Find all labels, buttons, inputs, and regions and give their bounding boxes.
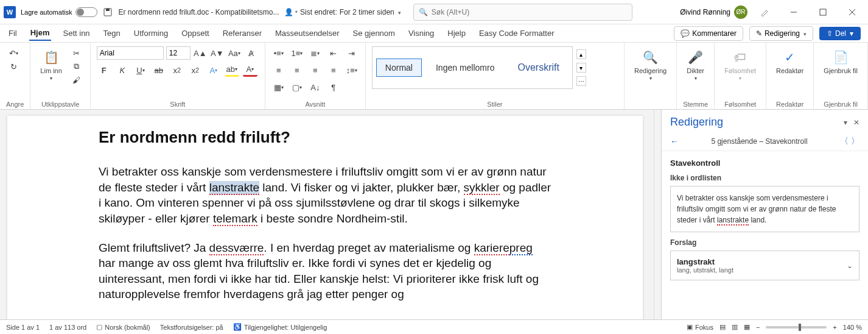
sensitivity-button[interactable]: 🏷 Følsomhet ▾	[721, 46, 760, 84]
align-left-button[interactable]: ≡	[271, 63, 286, 77]
zoom-out-button[interactable]: −	[756, 324, 760, 331]
view-read-mode[interactable]: ▥	[732, 323, 738, 331]
strike-button[interactable]: ab	[152, 63, 166, 77]
gallery-down-button[interactable]: ▾	[576, 63, 586, 73]
close-button[interactable]	[840, 2, 864, 22]
tab-mailings[interactable]: Masseutsendelser	[274, 26, 341, 40]
change-case-button[interactable]: Aa▾	[227, 46, 242, 60]
format-painter-button[interactable]: 🖌	[69, 73, 84, 87]
grammar-mark[interactable]: preg	[509, 241, 533, 255]
grow-font-button[interactable]: A▲	[193, 46, 208, 60]
underline-button[interactable]: U▾	[133, 63, 148, 77]
tab-view[interactable]: Visning	[407, 26, 435, 40]
zoom-in-button[interactable]: +	[833, 324, 836, 331]
search-box[interactable]: 🔍	[413, 4, 632, 21]
borders-button[interactable]: ▢▾	[290, 80, 304, 94]
suggestion-item[interactable]: langstrakt lang, utstrakt, langt ⌄	[670, 250, 859, 280]
save-icon[interactable]	[102, 7, 113, 18]
redo-button[interactable]: ↻	[6, 60, 21, 73]
increase-indent-button[interactable]: ⇥	[345, 46, 359, 60]
copy-button[interactable]: ⧉	[69, 60, 84, 73]
misspelling[interactable]: kariere	[474, 241, 509, 255]
share-button[interactable]: ⇧ Del ▾	[819, 27, 861, 40]
numbering-button[interactable]: 1≡▾	[290, 46, 304, 60]
decrease-indent-button[interactable]: ⇤	[326, 46, 341, 60]
user-account[interactable]: Øivind Rønning ØR	[680, 5, 747, 19]
align-center-button[interactable]: ≡	[290, 63, 304, 77]
style-heading[interactable]: Overskrift	[508, 58, 568, 77]
text-effects-button[interactable]: A▾	[206, 63, 221, 77]
find-replace-button[interactable]: 🔍 Redigering ▾	[631, 46, 670, 84]
editor-button[interactable]: ✓ Redaktør	[772, 46, 807, 77]
shading-button[interactable]: ▦▾	[271, 80, 286, 94]
panel-options-icon[interactable]: ▾	[844, 118, 847, 127]
autosave-toggle[interactable]	[75, 7, 97, 17]
font-color-button[interactable]: A▾	[243, 63, 257, 77]
panel-close-icon[interactable]: ✕	[853, 118, 859, 127]
reuse-file-button[interactable]: 📄 Gjenbruk fil	[820, 46, 861, 77]
italic-button[interactable]: K	[115, 63, 130, 77]
panel-back-button[interactable]: ←	[670, 137, 679, 146]
pen-icon[interactable]	[752, 2, 777, 22]
tab-layout[interactable]: Oppsett	[180, 26, 211, 40]
focus-mode-button[interactable]: ▣ Fokus	[687, 323, 713, 331]
style-normal[interactable]: Normal	[376, 59, 422, 77]
minimize-button[interactable]	[782, 2, 806, 22]
chevron-down-icon[interactable]: ⌄	[847, 261, 853, 270]
zoom-slider[interactable]	[766, 326, 827, 329]
clear-format-button[interactable]: A̷	[244, 46, 259, 60]
word-count[interactable]: 1 av 113 ord	[49, 324, 86, 331]
text-predictions[interactable]: Tekstforutsigelser: på	[160, 324, 223, 331]
cut-button[interactable]: ✂	[69, 46, 84, 60]
subscript-button[interactable]: x2	[170, 63, 184, 77]
panel-next-button[interactable]: 〉	[851, 136, 859, 147]
tab-design[interactable]: Utforming	[133, 26, 169, 40]
paste-button[interactable]: 📋 Lim inn ▾	[37, 46, 65, 87]
bullets-button[interactable]: •≡▾	[271, 46, 286, 60]
view-web-layout[interactable]: ▦	[744, 323, 750, 331]
vertical-scrollbar[interactable]	[654, 110, 661, 319]
language-indicator[interactable]: ▢ Norsk (bokmål)	[96, 323, 150, 331]
font-size-input[interactable]	[166, 46, 191, 60]
shrink-font-button[interactable]: A▼	[210, 46, 225, 60]
misspelling[interactable]: sykkler	[464, 181, 500, 195]
gallery-more-button[interactable]: ⋯	[576, 76, 586, 86]
superscript-button[interactable]: x2	[188, 63, 203, 77]
tab-review[interactable]: Se gjennom	[352, 26, 396, 40]
line-spacing-button[interactable]: ↕≡▾	[345, 63, 359, 77]
sort-button[interactable]: A↓	[308, 80, 323, 94]
tab-home[interactable]: Hjem	[29, 26, 51, 41]
align-right-button[interactable]: ≡	[308, 63, 323, 77]
font-name-input[interactable]	[97, 46, 164, 60]
view-print-layout[interactable]: ▤	[719, 323, 726, 331]
tab-help[interactable]: Hjelp	[446, 26, 467, 40]
gallery-up-button[interactable]: ▴	[576, 49, 586, 59]
misspelling[interactable]: telemark	[213, 212, 257, 226]
document-scroll-area[interactable]: Er nordmenn redd friluft? Vi betrakter o…	[0, 110, 654, 319]
justify-button[interactable]: ≡	[326, 63, 341, 77]
show-marks-button[interactable]: ¶	[326, 80, 341, 94]
editing-mode-button[interactable]: ✎ Redigering	[749, 26, 813, 41]
highlight-button[interactable]: ab▾	[225, 63, 239, 77]
panel-section: Stavekontroll	[670, 158, 859, 168]
tab-file[interactable]: Fil	[7, 26, 18, 40]
search-input[interactable]	[432, 8, 627, 16]
undo-button[interactable]: ↶▾	[6, 46, 21, 60]
selected-misspelling[interactable]: lanstrakte	[209, 181, 259, 195]
maximize-button[interactable]	[811, 2, 835, 22]
style-no-spacing[interactable]: Ingen mellomro	[427, 59, 504, 77]
tab-references[interactable]: Referanser	[222, 26, 263, 40]
comments-button[interactable]: 💬 Kommentarer	[674, 26, 743, 41]
multilevel-button[interactable]: ≣▾	[308, 46, 323, 60]
last-modified[interactable]: 👤 • Sist endret: For 2 timer siden	[284, 8, 401, 16]
tab-ecf[interactable]: Easy Code Formatter	[478, 26, 556, 40]
zoom-level[interactable]: 140 %	[843, 324, 862, 331]
dictate-button[interactable]: 🎤 Dikter ▾	[683, 46, 708, 84]
tab-draw[interactable]: Tegn	[102, 26, 122, 40]
bold-button[interactable]: F	[97, 63, 111, 77]
misspelling[interactable]: dessværre	[209, 241, 264, 255]
panel-prev-button[interactable]: 〈	[840, 136, 849, 147]
page-indicator[interactable]: Side 1 av 1	[6, 324, 40, 331]
accessibility-status[interactable]: ♿ Tilgjengelighet: Utilgjengelig	[233, 323, 327, 331]
tab-insert[interactable]: Sett inn	[62, 26, 91, 40]
